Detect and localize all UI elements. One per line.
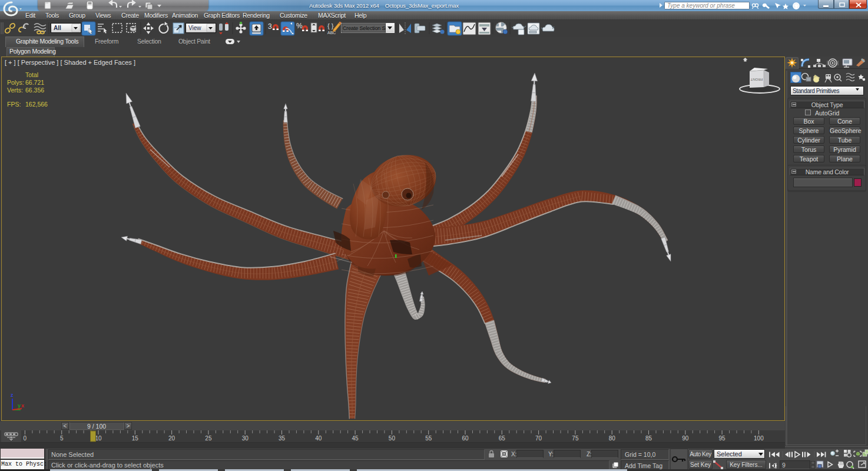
svg-text:z: z [11,392,14,398]
svg-text:y: y [18,403,21,409]
svg-text:FRONT: FRONT [750,78,763,81]
svg-text:x: x [21,403,24,409]
